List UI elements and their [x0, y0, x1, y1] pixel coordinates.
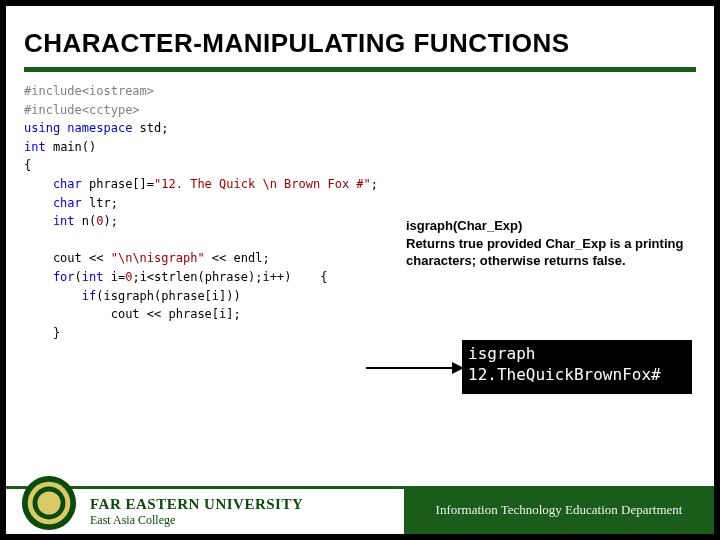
- slide-title: CHARACTER-MANIPULATING FUNCTIONS: [6, 6, 714, 65]
- code-token: main(): [46, 140, 97, 154]
- code-token: n(: [75, 214, 97, 228]
- code-token: cout << phrase[i];: [24, 307, 241, 321]
- console-line: isgraph: [468, 344, 535, 363]
- code-block: #include<iostream> #include<cctype> usin…: [24, 82, 696, 342]
- footer: FAR EASTERN UNIVERSITY East Asia College…: [6, 486, 714, 534]
- code-token: #include: [24, 103, 82, 117]
- footer-left: FAR EASTERN UNIVERSITY East Asia College: [6, 486, 404, 534]
- svg-point-5: [37, 491, 60, 514]
- code-token: ltr;: [82, 196, 118, 210]
- code-token: namespace: [60, 121, 132, 135]
- code-token: int: [24, 214, 75, 228]
- callout-description: Returns true provided Char_Exp is a prin…: [406, 235, 686, 270]
- content-area: #include<iostream> #include<cctype> usin…: [6, 82, 714, 342]
- code-token: <iostream>: [82, 84, 154, 98]
- department-name: Information Technology Education Departm…: [436, 502, 683, 518]
- code-token: 0: [96, 214, 103, 228]
- code-token: int: [24, 140, 46, 154]
- code-token: << endl;: [205, 251, 270, 265]
- university-sub: East Asia College: [90, 514, 303, 527]
- code-token: "\n\nisgraph": [111, 251, 205, 265]
- code-token: using: [24, 121, 60, 135]
- code-token: );: [104, 214, 118, 228]
- university-seal-icon: [20, 474, 78, 532]
- university-main: FAR EASTERN UNIVERSITY: [90, 497, 303, 513]
- code-token: ;i<strlen(phrase);i++) {: [132, 270, 327, 284]
- code-token: #include: [24, 84, 82, 98]
- console-line: 12.TheQuickBrownFox#: [468, 365, 661, 384]
- code-token: if: [24, 289, 96, 303]
- console-output: isgraph 12.TheQuickBrownFox#: [462, 340, 692, 394]
- callout-function-name: isgraph(Char_Exp): [406, 217, 686, 235]
- code-token: char: [24, 196, 82, 210]
- slide: CHARACTER-MANIPULATING FUNCTIONS #includ…: [6, 6, 714, 534]
- code-token: std;: [132, 121, 168, 135]
- code-token: phrase[]=: [82, 177, 154, 191]
- university-name: FAR EASTERN UNIVERSITY East Asia College: [90, 497, 303, 526]
- code-token: {: [24, 158, 31, 172]
- code-token: }: [24, 326, 60, 340]
- code-token: (: [75, 270, 82, 284]
- code-token: "12. The Quick \n Brown Fox #": [154, 177, 371, 191]
- code-token: <cctype>: [82, 103, 140, 117]
- code-token: (isgraph(phrase[i])): [96, 289, 241, 303]
- title-underline: [24, 67, 696, 72]
- function-callout: isgraph(Char_Exp) Returns true provided …: [406, 217, 686, 270]
- code-token: cout <<: [24, 251, 111, 265]
- code-token: int: [82, 270, 104, 284]
- footer-right: Information Technology Education Departm…: [404, 486, 714, 534]
- code-token: i=: [104, 270, 126, 284]
- code-token: ;: [371, 177, 378, 191]
- code-token: for: [24, 270, 75, 284]
- arrow-icon: [366, 358, 466, 378]
- code-token: char: [24, 177, 82, 191]
